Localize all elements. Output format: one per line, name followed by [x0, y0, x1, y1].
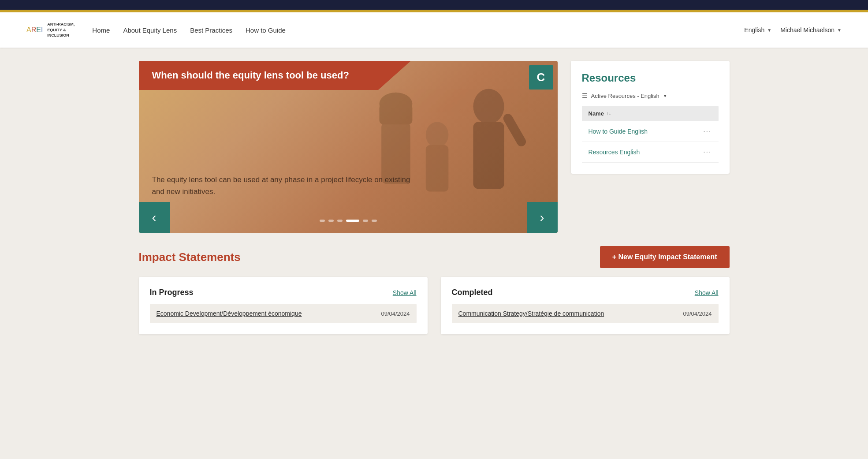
impact-statements-title: Impact Statements: [139, 250, 241, 264]
header: AREI ANTI-RACISM, EQUITY & INCLUSION Hom…: [0, 12, 868, 48]
carousel-dot-3[interactable]: [337, 220, 343, 222]
language-selector[interactable]: English ▼: [744, 26, 771, 34]
resource-item-2: Resources English ···: [582, 142, 719, 163]
nav-best-practices[interactable]: Best Practices: [190, 26, 232, 34]
resource-menu-1[interactable]: ···: [703, 127, 712, 135]
carousel-dot-1[interactable]: [320, 220, 325, 222]
svg-rect-3: [380, 104, 413, 125]
header-right: English ▼ Michael Michaelson ▼: [744, 26, 842, 34]
completed-card-header: Completed Show All: [452, 288, 719, 297]
language-dropdown-arrow: ▼: [767, 28, 771, 33]
logo-I: I: [41, 26, 43, 34]
resources-panel: Resources ☰ Active Resources - English ▼…: [571, 61, 730, 174]
completed-card: Completed Show All Communication Strateg…: [441, 277, 730, 334]
completed-item-date-1: 09/04/2024: [683, 310, 712, 317]
resources-filter-dropdown[interactable]: ☰ Active Resources - English ▼: [582, 92, 719, 99]
top-bar: [0, 0, 868, 10]
main-nav: Home About Equity Lens Best Practices Ho…: [92, 26, 286, 34]
carousel-slide-title: When should the equity lens tool be used…: [152, 70, 349, 81]
in-progress-item-date-1: 09/04/2024: [381, 310, 410, 317]
carousel-prev-arrow: ‹: [152, 210, 156, 225]
carousel: When should the equity lens tool be used…: [139, 61, 558, 233]
logo-E: E: [36, 26, 41, 34]
impact-header: Impact Statements + New Equity Impact St…: [139, 246, 730, 268]
impact-section: Impact Statements + New Equity Impact St…: [112, 246, 756, 334]
carousel-silhouettes: [327, 78, 558, 233]
carousel-next-arrow: ›: [540, 210, 544, 225]
logo-R: R: [31, 26, 37, 34]
in-progress-item-link-1[interactable]: Economic Development/Développement écono…: [156, 310, 302, 317]
filter-icon: ☰: [582, 92, 588, 99]
resource-menu-2[interactable]: ···: [703, 148, 712, 156]
user-menu[interactable]: Michael Michaelson ▼: [780, 26, 842, 34]
in-progress-title: In Progress: [150, 288, 194, 297]
in-progress-show-all[interactable]: Show All: [393, 289, 417, 296]
carousel-dot-4[interactable]: [346, 220, 359, 222]
carousel-header-banner: When should the equity lens tool be used…: [139, 61, 411, 90]
carousel-dot-2[interactable]: [328, 220, 334, 222]
user-name: Michael Michaelson: [780, 26, 834, 34]
resources-filter-arrow: ▼: [663, 93, 667, 98]
resources-table-header: Name ↑↓: [582, 106, 719, 121]
completed-item-link-1[interactable]: Communication Strategy/Stratégie de comm…: [458, 310, 604, 317]
svg-point-4: [426, 122, 448, 148]
in-progress-item-1: Economic Development/Développement écono…: [150, 304, 417, 323]
carousel-dot-5[interactable]: [363, 220, 368, 222]
nav-about[interactable]: About Equity Lens: [123, 26, 177, 34]
resources-filter-label: Active Resources - English: [591, 93, 659, 99]
in-progress-card: In Progress Show All Economic Developmen…: [139, 277, 428, 334]
carousel-dot-6[interactable]: [372, 220, 377, 222]
in-progress-card-header: In Progress Show All: [150, 288, 417, 297]
resources-title: Resources: [582, 72, 719, 84]
user-dropdown-arrow: ▼: [837, 28, 842, 33]
header-left: AREI ANTI-RACISM, EQUITY & INCLUSION Hom…: [26, 22, 286, 38]
carousel-dots: [320, 220, 377, 222]
logo[interactable]: AREI ANTI-RACISM, EQUITY & INCLUSION: [26, 22, 75, 38]
logo-letters: AREI: [26, 26, 43, 34]
svg-rect-8: [502, 112, 528, 148]
completed-item-1: Communication Strategy/Stratégie de comm…: [452, 304, 719, 323]
logo-A: A: [26, 26, 31, 34]
resources-name-column: Name: [589, 110, 604, 117]
language-label: English: [744, 26, 764, 34]
carousel-prev-button[interactable]: ‹: [139, 202, 170, 233]
resource-item-1: How to Guide English ···: [582, 121, 719, 142]
carousel-slide-body: The equity lens tool can be used at any …: [152, 174, 417, 198]
carousel-section: When should the equity lens tool be used…: [139, 61, 558, 233]
sort-arrows[interactable]: ↑↓: [607, 111, 611, 116]
carousel-icon[interactable]: C: [529, 65, 553, 90]
carousel-body: The equity lens tool can be used at any …: [139, 174, 558, 198]
resource-link-2[interactable]: Resources English: [589, 149, 640, 156]
carousel-icon-letter: C: [537, 71, 545, 84]
completed-title: Completed: [452, 288, 493, 297]
carousel-next-button[interactable]: ›: [527, 202, 558, 233]
nav-home[interactable]: Home: [92, 26, 110, 34]
nav-how-to-guide[interactable]: How to Guide: [246, 26, 286, 34]
svg-point-6: [473, 89, 504, 124]
new-equity-impact-statement-button[interactable]: + New Equity Impact Statement: [600, 246, 730, 268]
completed-show-all[interactable]: Show All: [695, 289, 719, 296]
resource-link-1[interactable]: How to Guide English: [589, 128, 648, 135]
cards-row: In Progress Show All Economic Developmen…: [139, 277, 730, 334]
logo-text: ANTI-RACISM, EQUITY & INCLUSION: [47, 22, 75, 38]
main-content: When should the equity lens tool be used…: [112, 61, 756, 233]
